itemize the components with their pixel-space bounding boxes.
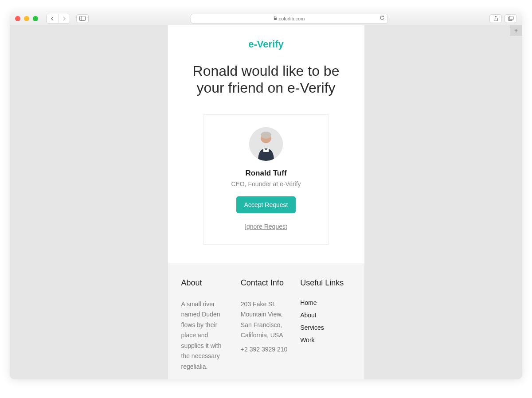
address-bar[interactable]: colorlib.com [191,14,388,23]
viewport: e-Verify Ronald would like to be your fr… [10,25,522,379]
about-body: A small river named Duden flows by their… [181,299,232,372]
person-role: CEO, Founder at e-Verify [213,180,319,187]
person-name: Ronald Tuff [213,169,319,178]
footer-contact: Contact Info 203 Fake St. Mountain View,… [241,278,291,372]
nav-buttons [46,14,70,23]
close-icon[interactable] [15,16,20,21]
right-toolbar [489,14,517,23]
contact-title: Contact Info [241,278,291,288]
footer: About A small river named Duden flows by… [168,263,364,379]
link-about[interactable]: About [300,312,351,319]
ignore-link[interactable]: Ignore Request [213,223,319,230]
lock-icon [274,16,277,21]
brand-logo: e-Verify [168,39,364,50]
minimize-icon[interactable] [24,16,29,21]
address-bar-container: colorlib.com [92,14,486,23]
link-home[interactable]: Home [300,299,351,306]
about-title: About [181,278,232,288]
url-text: colorlib.com [279,16,305,21]
svg-point-8 [261,132,271,139]
forward-button[interactable] [58,14,70,23]
new-tab-button[interactable]: + [510,25,522,36]
footer-links: Useful Links Home About Services Work [300,278,351,372]
contact-address: 203 Fake St. Mountain View, San Francisc… [241,299,291,341]
tabs-button[interactable] [505,14,517,23]
maximize-icon[interactable] [33,16,38,21]
titlebar: colorlib.com [10,12,522,25]
svg-rect-0 [80,16,86,21]
traffic-lights [15,16,38,21]
back-button[interactable] [47,14,58,23]
reload-icon[interactable] [379,15,385,22]
svg-rect-2 [274,18,277,20]
share-button[interactable] [489,14,502,23]
links-title: Useful Links [300,278,351,288]
accept-button[interactable]: Accept Request [236,196,296,213]
avatar [249,127,283,161]
link-services[interactable]: Services [300,324,351,331]
svg-rect-5 [509,16,513,20]
email-page: e-Verify Ronald would like to be your fr… [168,25,364,379]
headline: Ronald would like to be your friend on e… [179,62,354,97]
contact-phone: +2 392 3929 210 [241,344,291,355]
link-work[interactable]: Work [300,336,351,343]
friend-request-card: Ronald Tuff CEO, Founder at e-Verify Acc… [203,114,329,245]
browser-window: colorlib.com + e-Verify Ronald would lik… [10,12,522,379]
sidebar-toggle[interactable] [76,14,89,23]
footer-about: About A small river named Duden flows by… [181,278,232,372]
